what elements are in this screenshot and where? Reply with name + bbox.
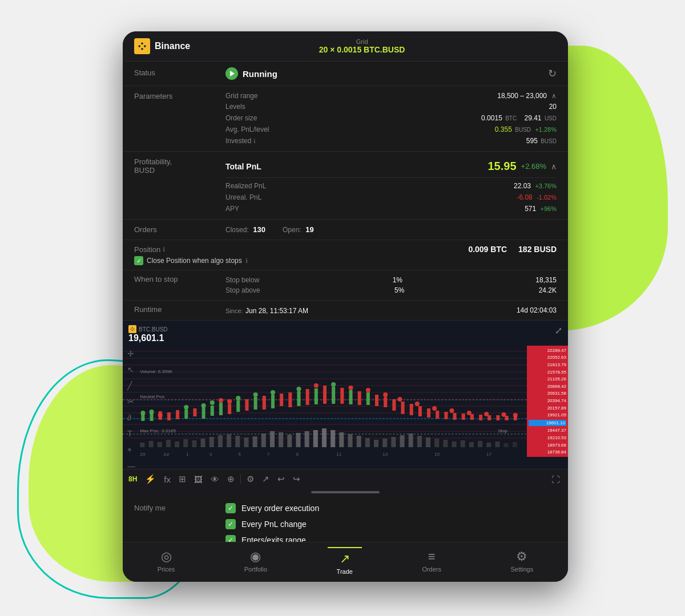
toolbar-divider xyxy=(240,474,241,484)
notify-item-2[interactable]: Every PnL change xyxy=(225,516,557,532)
svg-rect-20 xyxy=(149,441,154,447)
chevron-up-pnl-icon: ∧ xyxy=(551,162,557,171)
stop-below-row: Stop below 1% 18,315 xyxy=(225,275,557,285)
undo-icon[interactable]: ↩ xyxy=(275,473,287,485)
svg-point-122 xyxy=(366,388,370,392)
price-level-2: 22052.63 xyxy=(529,355,566,360)
svg-rect-22 xyxy=(166,440,171,447)
lock-icon[interactable]: — xyxy=(127,461,135,469)
scroll-bar[interactable] xyxy=(311,491,380,493)
settings-nav-icon: ⚙ xyxy=(516,549,527,564)
runtime-since-label: Since: xyxy=(225,307,243,314)
share-icon[interactable]: ↗ xyxy=(260,473,272,485)
redo-icon[interactable]: ↪ xyxy=(291,473,303,485)
svg-rect-96 xyxy=(427,408,430,418)
refresh-button[interactable]: ↻ xyxy=(548,67,557,80)
levels-value: 20 xyxy=(549,103,557,111)
measure-icon[interactable]: ⌖ xyxy=(127,445,135,455)
main-content[interactable]: Status Running ↻ Parameters Grid range xyxy=(123,62,568,542)
indicators-icon[interactable]: ⚡ xyxy=(143,473,158,485)
svg-text:1: 1 xyxy=(186,452,189,457)
position-section: Position ℹ 0.009 BTC 182 BUSD Close Posi… xyxy=(123,240,568,270)
nav-prices[interactable]: ◎ Prices xyxy=(148,549,184,573)
svg-rect-78 xyxy=(167,412,171,420)
nav-orders[interactable]: ≡ Orders xyxy=(413,549,450,573)
notify-check-3[interactable] xyxy=(225,535,236,542)
position-values: 0.009 BTC 182 BUSD xyxy=(468,245,557,254)
price-level-8: 20394.74 xyxy=(529,398,566,403)
timeframe-button[interactable]: 8H xyxy=(128,475,137,483)
svg-text:3: 3 xyxy=(209,452,212,457)
settings-toolbar-icon[interactable]: ⚙ xyxy=(244,473,256,485)
app-title: Binance xyxy=(155,41,190,51)
close-position-checkbox[interactable] xyxy=(134,256,143,265)
svg-point-123 xyxy=(383,392,388,397)
screenshot-icon[interactable]: 🖼 xyxy=(192,473,205,485)
nav-settings[interactable]: ⚙ Settings xyxy=(501,549,542,573)
when-to-stop-section: When to stop Stop below 1% 18,315 Stop a… xyxy=(123,270,568,301)
apy-value: 571 +96% xyxy=(525,205,557,213)
svg-rect-0 xyxy=(134,38,150,54)
status-section: Status Running ↻ xyxy=(123,62,568,86)
notify-check-1[interactable] xyxy=(225,503,236,513)
svg-rect-44 xyxy=(357,436,361,447)
draw-icon[interactable]: ∂ xyxy=(127,413,135,422)
svg-rect-72 xyxy=(297,391,300,406)
svg-rect-31 xyxy=(244,437,248,447)
profitability-section: Profitability, BUSD Total PnL 15.95 +2.6… xyxy=(123,152,568,220)
notify-label-wrapper: Notify me xyxy=(134,500,225,542)
notify-item-3[interactable]: Enters/exits range xyxy=(225,532,557,542)
crosshair-icon[interactable]: ✛ xyxy=(127,349,135,358)
notify-section: Notify me Every order execution Every Pn… xyxy=(123,496,568,542)
grid-label: Grid xyxy=(319,38,405,45)
crosshair-toolbar-icon[interactable]: ⊞ xyxy=(176,473,188,485)
svg-rect-68 xyxy=(219,403,223,415)
notify-item-1[interactable]: Every order execution xyxy=(225,500,557,516)
position-btc: 0.009 BTC xyxy=(468,245,507,254)
svg-rect-98 xyxy=(444,412,448,419)
trend-line-icon[interactable]: ╱ xyxy=(127,381,135,390)
svg-rect-81 xyxy=(228,404,231,414)
nav-portfolio[interactable]: ◉ Portfolio xyxy=(235,549,276,573)
chart-expand-button[interactable]: ⤢ xyxy=(555,325,562,336)
notify-check-2[interactable] xyxy=(225,519,236,529)
order-size-label: Order size xyxy=(225,114,257,122)
close-position-row[interactable]: Close Position when algo stops ℹ xyxy=(134,256,557,265)
svg-text:13: 13 xyxy=(382,452,388,457)
realized-pnl-value: 22.03 +3.76% xyxy=(514,182,557,190)
svg-rect-25 xyxy=(192,440,196,447)
total-pnl-row: Total PnL 15.95 +2.68% ∧ xyxy=(225,156,557,175)
avg-pnl-row: Avg. PnL/level 0.355 BUSD +1.28% xyxy=(225,124,557,135)
binance-logo-icon xyxy=(134,38,150,54)
grid-range-label: Grid range xyxy=(225,92,258,100)
svg-text:7: 7 xyxy=(267,452,270,457)
cursor-icon[interactable]: ↖ xyxy=(127,365,135,374)
text-icon[interactable]: T xyxy=(127,429,135,438)
unrealized-pnl-label: Unreal. PnL xyxy=(225,193,261,201)
svg-rect-23 xyxy=(175,441,179,447)
total-pnl-pct: +2.68% xyxy=(521,162,546,171)
svg-point-108 xyxy=(150,410,154,414)
svg-point-109 xyxy=(158,413,163,418)
nav-trade[interactable]: ↗ Trade xyxy=(328,547,362,575)
chart-price: 19,601.1 xyxy=(128,333,168,343)
fullscreen-icon[interactable]: ⛶ xyxy=(549,473,562,485)
stop-above-value: 24.2K xyxy=(539,286,557,294)
svg-point-117 xyxy=(271,390,275,395)
eye-icon[interactable]: 👁 xyxy=(208,473,221,485)
layers-icon[interactable]: ⊕ xyxy=(225,473,237,485)
stop-content: Stop below 1% 18,315 Stop above 5% 24.2K xyxy=(225,275,557,295)
svg-text:Neutral Pos:: Neutral Pos: xyxy=(140,394,165,399)
svg-point-124 xyxy=(397,397,402,402)
svg-rect-83 xyxy=(263,396,266,410)
notify-label: Notify me xyxy=(134,504,166,512)
status-running: Running xyxy=(225,67,277,80)
scissors-icon[interactable]: ✂ xyxy=(127,397,135,406)
svg-rect-33 xyxy=(261,433,266,447)
avg-pnl-value: 0.355 BUSD +1.28% xyxy=(495,125,557,133)
svg-point-121 xyxy=(348,386,353,390)
runtime-duration: 14d 02:04:03 xyxy=(517,306,557,314)
fx-icon[interactable]: fx xyxy=(162,473,173,485)
grid-range-row: Grid range 18,500 – 23,000 ∧ xyxy=(225,91,557,101)
svg-rect-87 xyxy=(323,386,327,404)
